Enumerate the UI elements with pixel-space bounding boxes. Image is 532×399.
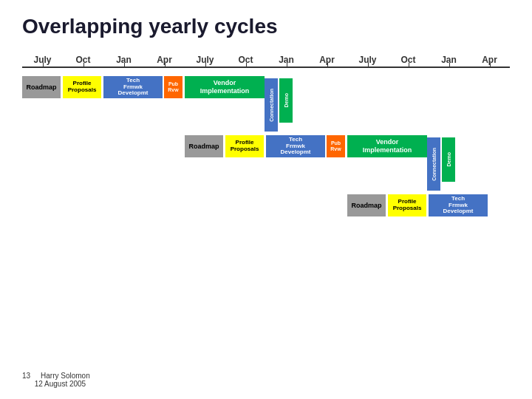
- author: Harry Solomon: [41, 372, 90, 380]
- bar-pub-1: PubRvw: [164, 76, 183, 98]
- axis-line: [22, 66, 510, 68]
- bar-roadmap-3: Roadmap: [347, 194, 386, 216]
- connector-2: Connectation: [427, 137, 440, 191]
- month-jan3: Jan: [429, 53, 469, 66]
- slide-number: 13: [22, 372, 30, 380]
- bar-pub-2: PubRvw: [327, 135, 345, 157]
- bar-tech-2: TechFrmwkDevelopmt: [266, 135, 325, 157]
- month-oct2: Oct: [225, 53, 266, 66]
- bar-vendor-2: VendorImplementation: [347, 135, 427, 157]
- month-header-row: July Oct Jan Apr July Oct Jan Apr July O…: [22, 53, 510, 66]
- timeline: July Oct Jan Apr July Oct Jan Apr July O…: [22, 53, 510, 225]
- slide: Overlapping yearly cycles July Oct Jan A…: [0, 0, 532, 399]
- bar-profile-2: ProfileProposals: [225, 135, 264, 157]
- month-oct1: Oct: [63, 53, 103, 66]
- month-oct3: Oct: [388, 53, 429, 66]
- bar-vendor-1: VendorImplementation: [185, 76, 265, 98]
- month-apr2: Apr: [307, 53, 347, 66]
- month-july3: July: [347, 53, 388, 66]
- bar-roadmap-2: Roadmap: [185, 135, 223, 157]
- bar-tech-3: TechFrmwkDevelopmt: [429, 194, 488, 216]
- month-july1: July: [22, 53, 63, 66]
- connector-1: Connectation: [265, 78, 278, 132]
- footer: 13 Harry Solomon 12 August 2005: [22, 372, 90, 388]
- bar-tech-1: TechFrmwkDevelopmt: [103, 76, 163, 98]
- bar-roadmap-1: Roadmap: [22, 76, 61, 98]
- month-jan2: Jan: [266, 53, 307, 66]
- bar-profile-3: ProfileProposals: [388, 194, 426, 216]
- demo-bar-2: Demo: [442, 137, 455, 182]
- date: 12 August 2005: [35, 380, 86, 388]
- gantt-row-3: Roadmap ProfileProposals TechFrmwkDevelo…: [22, 192, 510, 225]
- demo-bar-1: Demo: [279, 78, 293, 123]
- month-apr3: Apr: [469, 53, 510, 66]
- month-apr1: Apr: [144, 53, 185, 66]
- slide-title: Overlapping yearly cycles: [22, 15, 510, 38]
- month-july2: July: [185, 53, 225, 66]
- bar-profile-1: ProfileProposals: [63, 76, 101, 98]
- month-jan1: Jan: [103, 53, 144, 66]
